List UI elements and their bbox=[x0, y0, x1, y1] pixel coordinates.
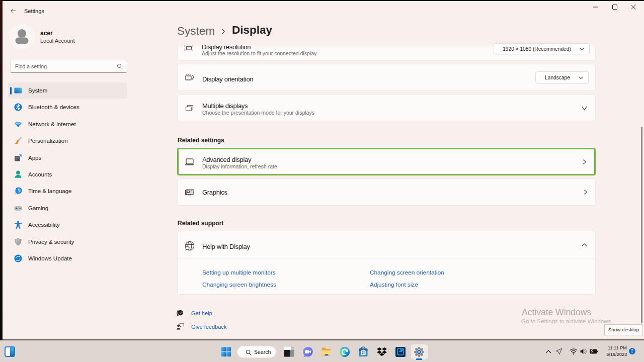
svg-text:?: ? bbox=[179, 311, 181, 315]
